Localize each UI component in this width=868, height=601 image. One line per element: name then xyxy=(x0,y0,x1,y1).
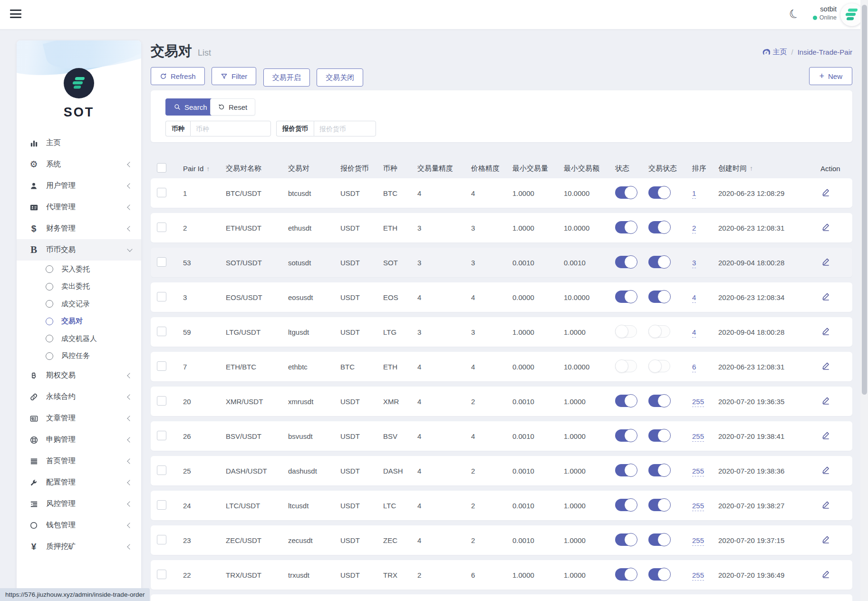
row-checkbox[interactable] xyxy=(157,257,166,267)
sidebar-item-risk-mgmt[interactable]: 风控管理 xyxy=(17,493,141,514)
trade_status-toggle[interactable] xyxy=(648,221,670,233)
sidebar-item-perpetual[interactable]: 永续合约 xyxy=(17,386,141,407)
trade_status-toggle[interactable] xyxy=(648,464,670,476)
sort-value-link[interactable]: 4 xyxy=(692,328,696,338)
sidebar-item-subscribe-mgmt[interactable]: 申购管理 xyxy=(17,429,141,450)
sort-value-link[interactable]: 255 xyxy=(692,571,704,581)
trade-open-button[interactable]: 交易开启 xyxy=(263,68,310,87)
refresh-button[interactable]: Refresh xyxy=(151,67,205,85)
sort-value-link[interactable]: 255 xyxy=(692,432,704,442)
trade_status-toggle[interactable] xyxy=(648,568,670,581)
sidebar-item-system[interactable]: ⚙系统 xyxy=(17,154,141,175)
sidebar-item-homepage-mgmt[interactable]: 首页管理 xyxy=(17,450,141,472)
row-checkbox[interactable] xyxy=(157,396,166,406)
sidebar-item-staking[interactable]: ¥质押挖矿 xyxy=(17,536,141,557)
sort-arrow-up-icon[interactable]: ↑ xyxy=(206,165,210,173)
status-toggle[interactable] xyxy=(615,464,637,476)
quote-filter-input[interactable] xyxy=(314,121,376,136)
sort-value-link[interactable]: 1 xyxy=(692,189,696,199)
sidebar-item-article-mgmt[interactable]: 文章管理 xyxy=(17,407,141,429)
status-toggle[interactable] xyxy=(615,395,637,407)
dark-mode-moon-icon[interactable]: ☾ xyxy=(787,6,802,22)
trade_status-toggle[interactable] xyxy=(648,429,670,442)
status-toggle[interactable] xyxy=(615,429,637,442)
sort-value-link[interactable]: 3 xyxy=(692,259,696,268)
trade_status-toggle[interactable] xyxy=(648,360,670,372)
reset-button[interactable]: Reset xyxy=(210,98,255,116)
row-checkbox[interactable] xyxy=(157,327,166,336)
select-all-checkbox[interactable] xyxy=(157,163,166,173)
sidebar-subitem-trade-pairs[interactable]: 交易对 xyxy=(17,313,141,330)
scrollbar-track[interactable] xyxy=(860,0,868,601)
status-toggle[interactable] xyxy=(615,325,637,338)
row-checkbox[interactable] xyxy=(157,361,166,371)
filter-button[interactable]: Filter xyxy=(212,67,256,85)
row-checkbox[interactable] xyxy=(157,570,166,579)
trade_status-toggle[interactable] xyxy=(648,395,670,407)
sidebar-subitem-risk-tasks[interactable]: 风控任务 xyxy=(17,348,141,365)
edit-pencil-icon[interactable] xyxy=(820,395,831,407)
row-checkbox[interactable] xyxy=(157,431,166,440)
edit-pencil-icon[interactable] xyxy=(820,534,831,546)
row-checkbox[interactable] xyxy=(157,465,166,475)
sidebar-subitem-buy-orders[interactable]: 买入委托 xyxy=(17,261,141,278)
status-toggle[interactable] xyxy=(615,568,637,581)
new-button[interactable]: + New xyxy=(809,67,852,85)
hamburger-menu-icon[interactable] xyxy=(10,10,22,20)
status-toggle[interactable] xyxy=(615,221,637,233)
sidebar-item-finance-mgmt[interactable]: $财务管理 xyxy=(17,218,141,239)
trade_status-toggle[interactable] xyxy=(648,499,670,511)
status-toggle[interactable] xyxy=(615,291,637,303)
edit-pencil-icon[interactable] xyxy=(820,465,831,477)
sort-value-link[interactable]: 255 xyxy=(692,397,704,407)
trade_status-toggle[interactable] xyxy=(648,256,670,268)
sort-arrow-up-icon[interactable]: ↑ xyxy=(750,165,753,172)
sidebar-item-wallet-mgmt[interactable]: 钱包管理 xyxy=(17,514,141,536)
trade_status-toggle[interactable] xyxy=(648,291,670,303)
sort-value-link[interactable]: 6 xyxy=(692,363,696,372)
row-checkbox[interactable] xyxy=(157,535,166,544)
row-checkbox[interactable] xyxy=(157,223,166,232)
user-menu[interactable]: sotbit Online xyxy=(813,5,837,21)
sidebar-item-option-trade[interactable]: 期权交易 xyxy=(17,365,141,386)
sidebar-item-user-mgmt[interactable]: 用户管理 xyxy=(17,175,141,196)
trade_status-toggle[interactable] xyxy=(648,325,670,338)
edit-pencil-icon[interactable] xyxy=(820,569,831,581)
edit-pencil-icon[interactable] xyxy=(820,187,831,199)
edit-pencil-icon[interactable] xyxy=(820,360,831,373)
sidebar-item-spot-trade[interactable]: B币币交易 xyxy=(17,239,141,261)
edit-pencil-icon[interactable] xyxy=(820,430,831,442)
coin-filter-input[interactable] xyxy=(190,121,271,136)
trade-close-button[interactable]: 交易关闭 xyxy=(317,68,363,87)
status-toggle[interactable] xyxy=(615,256,637,268)
sort-value-link[interactable]: 255 xyxy=(692,467,704,476)
status-toggle[interactable] xyxy=(615,533,637,546)
sidebar-item-agent-mgmt[interactable]: 代理管理 xyxy=(17,196,141,218)
sidebar-subitem-sell-orders[interactable]: 卖出委托 xyxy=(17,278,141,296)
column-header-pair_id[interactable]: Pair Id↑ xyxy=(175,165,218,173)
column-header-created_at[interactable]: 创建时间↑ xyxy=(711,164,808,173)
breadcrumb-home[interactable]: 主页 xyxy=(762,48,787,57)
edit-pencil-icon[interactable] xyxy=(820,222,831,234)
row-checkbox[interactable] xyxy=(157,500,166,510)
edit-pencil-icon[interactable] xyxy=(820,291,831,303)
sort-value-link[interactable]: 2 xyxy=(692,224,696,233)
row-checkbox[interactable] xyxy=(157,292,166,301)
edit-pencil-icon[interactable] xyxy=(820,499,831,512)
sort-value-link[interactable]: 255 xyxy=(692,536,704,546)
sidebar-subitem-trade-records[interactable]: 成交记录 xyxy=(17,295,141,313)
status-toggle[interactable] xyxy=(615,360,637,372)
sort-value-link[interactable]: 4 xyxy=(692,293,696,303)
row-checkbox[interactable] xyxy=(157,188,166,197)
sort-value-link[interactable]: 255 xyxy=(692,502,704,511)
edit-pencil-icon[interactable] xyxy=(820,326,831,338)
trade_status-toggle[interactable] xyxy=(648,186,670,199)
search-button[interactable]: Search xyxy=(165,98,216,116)
scrollbar-thumb[interactable] xyxy=(862,5,867,395)
edit-pencil-icon[interactable] xyxy=(820,256,831,269)
status-toggle[interactable] xyxy=(615,186,637,199)
sidebar-item-home[interactable]: 主页 xyxy=(17,132,141,154)
status-toggle[interactable] xyxy=(615,499,637,511)
sidebar-item-config-mgmt[interactable]: 配置管理 xyxy=(17,472,141,493)
sidebar-subitem-trade-robot[interactable]: 成交机器人 xyxy=(17,330,141,348)
